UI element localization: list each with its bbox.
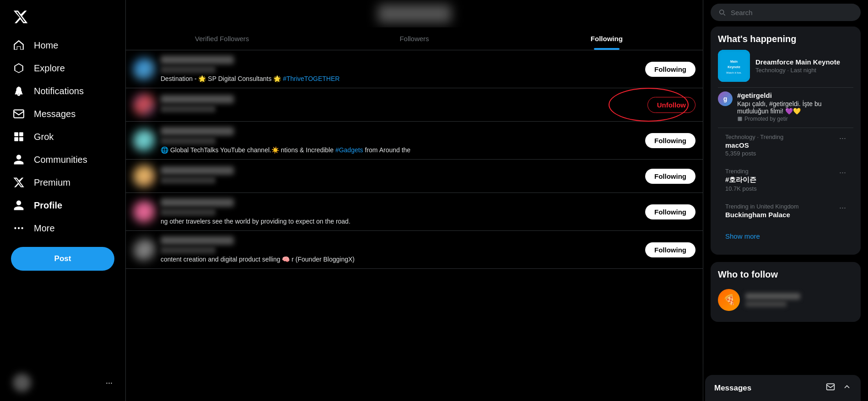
svg-point-6 [18,227,20,229]
trending-left-buckingham: Trending in United Kingdom Buckingham Pa… [725,203,839,219]
dreamforce-thumb-icon: Main Keynote Watch it live. [718,50,750,82]
sidebar-item-profile[interactable]: Profile [5,194,120,217]
following-item-4: Following [126,160,703,193]
trending-name-buckingham: Buckingham Palace [725,211,839,219]
search-bar [711,0,861,27]
trending-item-macos[interactable]: Technology · Trending macOS 5,359 posts … [718,128,853,162]
trending-more-icon-macos[interactable]: ··· [839,134,846,143]
tab-followers[interactable]: Followers [318,27,510,50]
trending-left-macos: Technology · Trending macOS 5,359 posts [725,134,839,157]
avatar-5 [133,201,155,223]
trending-count-macos: 5,359 posts [725,150,839,157]
trending-item-horizon[interactable]: Trending #호라이즌 10.7K posts ··· [718,162,853,198]
popup-icons [826,382,852,394]
sidebar-item-communities[interactable]: Communities [5,148,120,171]
following-button-6[interactable]: Following [645,242,695,257]
mail-icon [13,108,25,120]
trending-more-icon-horizon[interactable]: ··· [839,168,846,177]
follow-name-blur [745,293,800,299]
news-thumb-dreamforce: Main Keynote Watch it live. [718,50,750,82]
communities-icon [13,154,25,166]
tab-verified-followers[interactable]: Verified Followers [126,27,318,50]
promoted-item[interactable]: g #getirgeldi Kapı çaldı, #getirgeldi. İ… [718,87,853,126]
trending-name-macos: macOS [725,141,839,149]
svg-text:Main: Main [730,60,738,63]
promoted-logo: g [718,91,733,106]
main-content: Verified Followers Followers Following D… [126,0,703,401]
following-button-3[interactable]: Following [645,133,695,148]
news-meta-dreamforce: Technology · Last night [755,67,853,74]
expand-icon-svg [842,382,852,391]
item-info-3: 🌐 Global TechTalks YouTube channel.☀️ nt… [161,127,640,154]
sidebar-item-more[interactable]: More [5,217,120,240]
trending-count-horizon: 10.7K posts [725,185,839,192]
svg-point-7 [21,227,23,229]
svg-rect-2 [19,132,23,136]
promoted-badge: Promoted by getir [737,116,853,122]
news-item-dreamforce[interactable]: Main Keynote Watch it live. Dreamforce M… [718,50,853,82]
who-to-follow-title: Who to follow [718,269,853,280]
avatar-4 [133,165,155,187]
item-info-5: ng other travelers see the world by prov… [161,198,640,225]
sidebar-label-grok: Grok [34,132,54,142]
compose-icon-svg [826,382,835,391]
x-logo[interactable] [5,4,120,32]
messages-popup[interactable]: Messages [705,375,861,401]
unfollow-button-2[interactable]: Unfollow [647,97,695,113]
item-bio-5: ng other travelers see the world by prov… [161,218,640,225]
following-button-5[interactable]: Following [645,204,695,219]
following-list: Destination - 🌟 SP Digital Consultants 🌟… [126,50,703,269]
follow-item-info [745,293,853,307]
avatar-1 [133,58,155,80]
sidebar-item-messages[interactable]: Messages [5,102,120,125]
trending-item-buckingham[interactable]: Trending in United Kingdom Buckingham Pa… [718,198,853,225]
sidebar-item-notifications[interactable]: Notifications [5,80,120,102]
following-item-1: Destination - 🌟 SP Digital Consultants 🌟… [126,50,703,88]
news-content-dreamforce: Dreamforce Main Keynote Technology · Las… [755,58,853,74]
item-info-6: content creation and digital product sel… [161,236,640,263]
home-icon [13,39,25,51]
following-item-3: 🌐 Global TechTalks YouTube channel.☀️ nt… [126,122,703,160]
trending-category-horizon: Trending [725,168,839,175]
item-name-3 [161,127,234,135]
profile-icon [13,199,25,211]
avatar-3 [133,129,155,151]
sidebar-item-explore[interactable]: Explore [5,57,120,80]
following-item-2: Unfollow [126,88,703,122]
post-button[interactable]: Post [11,247,114,271]
sidebar-label-more: More [34,223,55,234]
item-handle-5 [161,209,216,216]
search-input-wrap[interactable] [711,4,861,21]
news-headline-dreamforce: Dreamforce Main Keynote [755,58,853,66]
sidebar-item-grok[interactable]: Grok [5,125,120,148]
explore-icon [13,62,25,74]
expand-messages-icon[interactable] [842,382,852,394]
sidebar-item-premium[interactable]: Premium [5,171,120,194]
svg-rect-1 [14,132,18,136]
compose-message-icon[interactable] [826,382,835,394]
item-handle-3 [161,137,216,144]
item-handle-2 [161,105,216,112]
svg-rect-4 [19,137,23,141]
account-switcher[interactable]: ··· [5,368,120,397]
following-item-6: content creation and digital product sel… [126,231,703,269]
search-input[interactable] [731,9,853,16]
grok-icon [13,131,25,143]
svg-text:Keynote: Keynote [728,65,740,69]
tab-following[interactable]: Following [511,27,703,50]
more-icon [13,222,25,234]
who-to-follow-item[interactable]: 🍕 [718,285,853,315]
following-button-1[interactable]: Following [645,62,695,77]
sidebar-item-home[interactable]: Home [5,34,120,57]
item-handle-6 [161,246,216,254]
left-sidebar: Home Explore Notifications Messages Grok… [0,0,126,401]
item-handle-1 [161,66,216,73]
item-handle-4 [161,176,216,184]
show-more-link[interactable]: Show more [718,225,853,247]
following-button-4[interactable]: Following [645,169,695,184]
following-item-5: ng other travelers see the world by prov… [126,193,703,231]
tabs-header: Verified Followers Followers Following [126,27,703,50]
trending-more-icon-buckingham[interactable]: ··· [839,203,846,213]
item-info-1: Destination - 🌟 SP Digital Consultants 🌟… [161,56,640,82]
premium-icon [13,176,25,188]
